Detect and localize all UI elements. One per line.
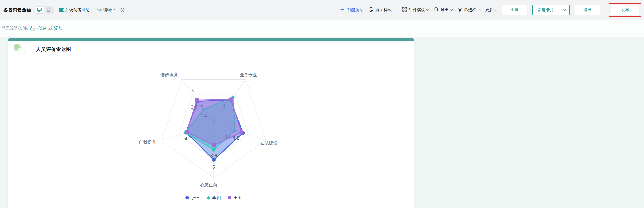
radar-data-label: 3.6	[210, 153, 217, 158]
legend-label: 张三	[192, 195, 200, 201]
chevron-up-icon	[478, 9, 480, 12]
new-card-split-button: 新建卡片	[532, 5, 570, 15]
card-accent-bar	[8, 38, 414, 41]
device-switcher	[34, 6, 54, 14]
mobile-view-button[interactable]	[44, 7, 53, 13]
chart-legend: 张三李四王五	[185, 195, 242, 201]
new-card-dropdown-button[interactable]	[559, 5, 569, 15]
editing-status-text: 正在编辑中...	[95, 7, 118, 13]
filter-condition-bar: 暂无筛选条件. 点击创建 或 添加	[0, 20, 644, 37]
visitor-visible-label: 访问者可见	[69, 7, 89, 13]
radar-marker-square	[195, 98, 199, 102]
radar-axis-name: 心态正向	[200, 183, 217, 187]
page-title: 各省销售金额	[3, 7, 31, 13]
radar-marker-square	[240, 131, 244, 135]
page-style-button[interactable]: 页面样式	[368, 7, 392, 13]
more-menu[interactable]: 更多	[485, 7, 497, 13]
component-template-label: 组件模板	[409, 7, 425, 13]
circle-legend-marker	[185, 196, 189, 199]
radar-axis-name: 自我提升	[139, 140, 156, 145]
radar-data-label: 5	[212, 164, 215, 170]
toolbar-right-group: 智能洞察 页面样式 组件模板 导出 筛选	[340, 3, 641, 17]
visitor-visible-toggle[interactable]	[59, 8, 67, 12]
radar-tick-label: 5	[192, 88, 194, 93]
radar-axis-name: 进步速度	[160, 72, 178, 77]
export-icon	[434, 7, 439, 13]
sparkle-icon	[340, 7, 345, 13]
desktop-view-button[interactable]	[35, 7, 44, 13]
ai-insight-label: 智能洞察	[347, 7, 363, 13]
exit-button[interactable]: 退出	[575, 5, 600, 15]
legend-label: 李四	[212, 195, 221, 201]
mobile-icon	[47, 7, 50, 13]
toggle-knob	[63, 8, 67, 12]
card-header: 人员评价雷达图	[11, 42, 71, 56]
component-template-menu[interactable]: 组件模板	[402, 7, 429, 13]
palette-icon	[368, 7, 374, 13]
publish-highlight-annotation: 发布	[609, 3, 641, 17]
new-card-button[interactable]: 新建卡片	[533, 5, 559, 15]
toolbar: 各省销售金额 访问者可见 正在编辑中...	[0, 0, 644, 20]
filter-bar-label: 筛选栏	[464, 7, 476, 13]
editing-status-group: 正在编辑中...	[95, 7, 125, 13]
chevron-down-icon	[426, 8, 429, 11]
desktop-icon	[37, 7, 42, 13]
funnel-icon	[458, 7, 462, 13]
radar-chart-card[interactable]: 人员评价雷达图 02.55进步速度业务专业团队建设心态正向自我提升3.844.2…	[8, 38, 414, 208]
publish-button[interactable]: 发布	[611, 5, 639, 15]
radar-marker-circle	[212, 158, 216, 162]
square-legend-marker	[228, 196, 231, 199]
radar-marker-square	[212, 143, 216, 147]
export-label: 导出	[441, 7, 449, 13]
legend-item-张三[interactable]: 张三	[185, 195, 200, 201]
card-logo-icon	[11, 42, 27, 56]
legend-item-李四[interactable]: 李四	[207, 195, 221, 201]
visitor-visibility-group: 访问者可见	[59, 7, 89, 13]
chevron-down-icon	[563, 8, 566, 11]
filter-add-link[interactable]: 添加	[54, 25, 63, 31]
filter-empty-text: 暂无筛选条件.	[1, 25, 28, 31]
blocks-icon	[402, 7, 407, 13]
ai-insight-button[interactable]: 智能洞察	[340, 7, 363, 13]
radar-data-label: 4	[185, 136, 187, 141]
filter-create-link[interactable]: 点击创建	[30, 25, 47, 31]
legend-label: 王五	[233, 195, 242, 201]
toolbar-left-group: 各省销售金额 访问者可见 正在编辑中...	[3, 6, 125, 14]
radar-axis-name: 团队建设	[260, 141, 277, 145]
filter-or-text: 或	[48, 25, 53, 31]
filter-bar-menu[interactable]: 筛选栏	[458, 7, 480, 13]
dashboard-canvas: 人员评价雷达图 02.55进步速度业务专业团队建设心态正向自我提升3.844.2…	[0, 38, 644, 208]
radar-chart: 02.55进步速度业务专业团队建设心态正向自我提升3.844.2542.43.1…	[44, 55, 383, 197]
chevron-down-icon	[494, 8, 497, 11]
card-title: 人员评价雷达图	[36, 46, 71, 53]
reset-button[interactable]: 重置	[502, 5, 527, 15]
radar-axis-name: 业务专业	[240, 73, 257, 77]
radar-marker-square	[185, 130, 189, 134]
toolbar-divider	[397, 7, 397, 13]
more-label: 更多	[485, 7, 493, 13]
page-style-label: 页面样式	[375, 7, 392, 13]
export-menu[interactable]: 导出	[434, 7, 452, 13]
radar-marker-square	[229, 97, 233, 101]
legend-item-王五[interactable]: 王五	[228, 195, 242, 201]
diamond-legend-marker	[207, 196, 211, 200]
chevron-down-icon	[450, 8, 453, 11]
info-icon[interactable]	[120, 8, 125, 12]
